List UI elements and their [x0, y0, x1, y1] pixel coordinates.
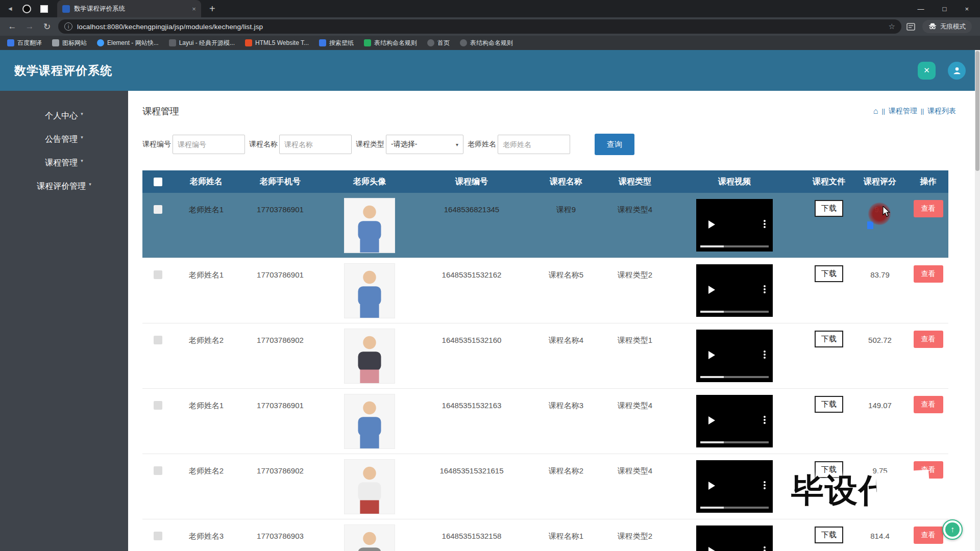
- table-row: 老师姓名3 17703786903 16485351532158 课程名称1 课…: [142, 519, 948, 551]
- back-button[interactable]: ←: [6, 21, 18, 32]
- sidebar-item[interactable]: 课程评价管理▾: [0, 174, 128, 198]
- row-checkbox[interactable]: [154, 532, 162, 540]
- bookmark-item[interactable]: 表结构命名规则: [460, 39, 513, 47]
- chevron-down-icon: ▾: [81, 111, 83, 116]
- download-button[interactable]: 下载: [815, 331, 843, 347]
- video-play-icon[interactable]: [708, 416, 715, 424]
- sidebar-item[interactable]: 课程管理▾: [0, 151, 128, 174]
- browser-tab[interactable]: 数学课程评价系统 ×: [57, 0, 201, 17]
- row-checkbox[interactable]: [154, 336, 162, 344]
- video-progress-bar[interactable]: [700, 245, 769, 247]
- fullscreen-icon[interactable]: ✕: [918, 62, 936, 80]
- course-no-input[interactable]: [173, 135, 245, 154]
- breadcrumb-item-course-management[interactable]: 课程管理: [889, 107, 917, 116]
- video-play-icon[interactable]: [708, 220, 715, 229]
- window-maximize-button[interactable]: □: [943, 5, 947, 13]
- query-button[interactable]: 查询: [595, 134, 634, 155]
- column-header: 课程类型: [607, 177, 663, 187]
- view-button[interactable]: 查看: [914, 200, 943, 217]
- download-button[interactable]: 下载: [815, 396, 843, 413]
- video-menu-icon[interactable]: [764, 350, 766, 353]
- video-player[interactable]: [696, 199, 773, 252]
- table-row: 老师姓名2 17703786902 16485351532160 课程名称4 课…: [142, 323, 948, 389]
- video-menu-icon[interactable]: [764, 220, 766, 222]
- refresh-button[interactable]: ↻: [41, 21, 53, 32]
- video-player[interactable]: [696, 525, 773, 551]
- bookmark-item[interactable]: 图标网站: [52, 39, 87, 47]
- view-button[interactable]: 查看: [914, 265, 943, 283]
- view-button[interactable]: 查看: [914, 331, 943, 348]
- page-scrollbar[interactable]: [975, 50, 980, 551]
- video-menu-icon[interactable]: [764, 546, 766, 548]
- video-progress-bar[interactable]: [700, 507, 769, 509]
- row-checkbox[interactable]: [154, 466, 162, 475]
- course-score-cell: 149.07: [852, 389, 908, 454]
- bookmark-item[interactable]: Element - 网站快...: [97, 39, 159, 47]
- view-button[interactable]: 查看: [914, 396, 943, 413]
- view-button[interactable]: 查看: [914, 527, 943, 544]
- video-play-icon[interactable]: [708, 351, 715, 359]
- breadcrumb: ⌂ || 课程管理 || 课程列表: [873, 107, 956, 116]
- teacher-photo-cell: [321, 389, 418, 454]
- video-play-icon[interactable]: [708, 547, 715, 551]
- video-player[interactable]: [696, 330, 773, 382]
- row-checkbox[interactable]: [154, 401, 162, 410]
- window-close-button[interactable]: ×: [965, 5, 969, 13]
- scroll-top-button[interactable]: ↑: [942, 519, 963, 540]
- sidebar-item[interactable]: 公告管理▾: [0, 128, 128, 151]
- teacher-name-input[interactable]: [498, 135, 570, 154]
- url-text[interactable]: localhost:8080/kechengpingjia/jsp/module…: [77, 23, 884, 31]
- video-progress-bar[interactable]: [700, 441, 769, 443]
- download-button[interactable]: 下载: [815, 200, 843, 217]
- bookmark-item[interactable]: 搜索壁纸: [319, 39, 354, 47]
- bookmark-star-icon[interactable]: ☆: [889, 22, 895, 31]
- incognito-badge[interactable]: 无痕模式: [922, 20, 972, 33]
- video-progress-bar[interactable]: [700, 376, 769, 378]
- bookmark-item[interactable]: 表结构命名规则: [364, 39, 417, 47]
- download-button[interactable]: 下载: [815, 265, 843, 282]
- course-type-cell: 课程类型1: [607, 323, 663, 388]
- video-progress-bar[interactable]: [700, 311, 769, 313]
- tab-close-icon[interactable]: ×: [192, 5, 196, 13]
- video-player[interactable]: [696, 264, 773, 317]
- video-menu-icon[interactable]: [764, 285, 766, 287]
- reading-list-icon[interactable]: [906, 23, 915, 31]
- video-player[interactable]: [696, 395, 773, 447]
- user-profile-icon[interactable]: [948, 62, 966, 80]
- video-player[interactable]: [696, 460, 773, 513]
- bookmark-item[interactable]: Layui - 经典开源模...: [169, 39, 235, 47]
- app-title: 数学课程评价系统: [14, 63, 112, 79]
- address-bar[interactable]: i localhost:8080/kechengpingjia/jsp/modu…: [58, 19, 901, 34]
- breadcrumb-separator: ||: [882, 108, 885, 115]
- browser-toolbar: ← → ↻ i localhost:8080/kechengpingjia/js…: [0, 17, 980, 36]
- forward-button[interactable]: →: [23, 21, 36, 32]
- bookmark-item[interactable]: 百度翻译: [7, 39, 42, 47]
- home-icon[interactable]: ⌂: [873, 107, 878, 116]
- course-file-cell: 下载: [806, 389, 852, 454]
- window-minimize-button[interactable]: —: [918, 5, 924, 13]
- video-play-icon[interactable]: [708, 286, 715, 294]
- breadcrumb-item-course-list[interactable]: 课程列表: [927, 107, 956, 116]
- row-checkbox[interactable]: [154, 205, 162, 214]
- media-back-icon[interactable]: ◄: [7, 5, 13, 12]
- bookmark-item[interactable]: HTML5 Website T...: [245, 39, 309, 46]
- chevron-down-icon: ▾: [456, 142, 458, 147]
- video-menu-icon[interactable]: [764, 481, 766, 483]
- site-info-icon[interactable]: i: [64, 22, 72, 31]
- course-video-cell: [663, 519, 806, 551]
- bookmark-favicon: [97, 39, 104, 46]
- video-menu-icon[interactable]: [764, 416, 766, 418]
- new-tab-button[interactable]: +: [209, 4, 215, 14]
- sidebar-item[interactable]: 个人中心▾: [0, 104, 128, 128]
- course-type-select[interactable]: -请选择- ▾: [386, 135, 463, 154]
- download-button[interactable]: 下载: [815, 527, 843, 543]
- video-play-icon[interactable]: [708, 482, 715, 490]
- scrollbar-thumb[interactable]: [975, 51, 979, 171]
- bookmark-item[interactable]: 首页: [427, 39, 450, 47]
- row-checkbox[interactable]: [154, 270, 162, 279]
- teacher-avatar: [345, 264, 395, 318]
- select-all-checkbox[interactable]: [154, 178, 162, 186]
- course-name-cell: 课程9: [525, 193, 607, 258]
- course-name-input[interactable]: [279, 135, 352, 154]
- browser-tab-strip: ◄ 数学课程评价系统 × + — □ ×: [0, 0, 980, 17]
